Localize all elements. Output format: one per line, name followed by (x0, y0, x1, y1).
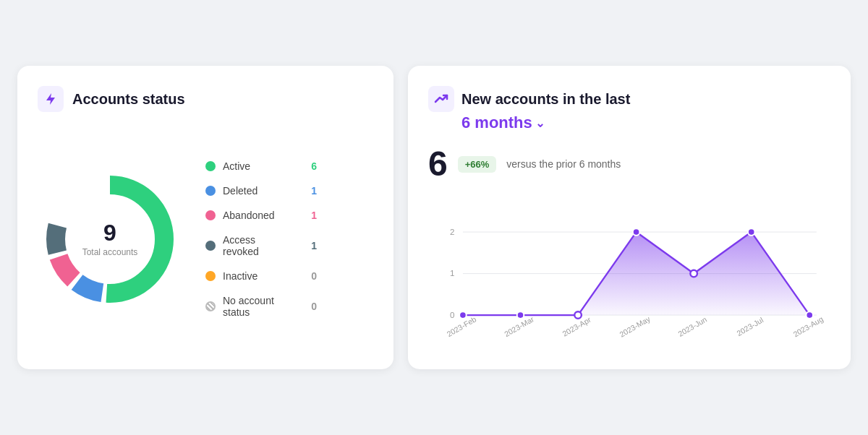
chart-area: 2 1 0 202 (428, 187, 830, 349)
no-status-count: 0 (302, 301, 317, 312)
svg-text:0: 0 (450, 311, 454, 319)
period-label: 6 months (461, 113, 532, 132)
deleted-label: Deleted (223, 185, 295, 197)
big-number: 6 (428, 147, 448, 181)
legend-item-active: Active 6 (205, 160, 317, 172)
no-status-dot (205, 301, 216, 311)
growth-badge: +66% (458, 156, 497, 173)
legend-item-no-status: No accountstatus 0 (205, 295, 317, 318)
active-label: Active (223, 160, 295, 172)
svg-text:2: 2 (450, 228, 454, 236)
donut-chart: 9 Total accounts (38, 167, 182, 311)
legend-item-abandoned: Abandoned 1 (205, 210, 317, 221)
right-card-title: New accounts in the last (461, 91, 630, 108)
legend-item-access-revoked: Accessrevoked 1 (205, 234, 317, 257)
access-revoked-dot (205, 241, 216, 251)
accounts-status-title: Accounts status (72, 91, 185, 108)
svg-point-13 (574, 311, 582, 319)
right-title-row: New accounts in the last (428, 86, 830, 112)
svg-point-15 (690, 270, 697, 277)
inactive-dot (205, 271, 216, 281)
trend-up-icon (428, 86, 454, 112)
lightning-icon (38, 86, 64, 112)
prior-text: versus the prior 6 months (506, 158, 621, 170)
donut-center: 9 Total accounts (82, 221, 138, 257)
abandoned-count: 1 (302, 210, 317, 221)
svg-text:1: 1 (450, 269, 454, 277)
stats-row: 6 +66% versus the prior 6 months (428, 147, 830, 181)
svg-text:2023-Jul: 2023-Jul (735, 316, 765, 338)
no-status-label: No accountstatus (223, 295, 295, 318)
svg-point-17 (806, 311, 813, 319)
svg-point-12 (517, 311, 524, 319)
active-count: 6 (302, 160, 317, 172)
svg-point-14 (633, 228, 640, 236)
right-card-header: New accounts in the last 6 months ⌄ (428, 86, 830, 132)
active-dot (205, 161, 216, 171)
access-revoked-count: 1 (302, 240, 317, 251)
total-accounts-number: 9 (82, 221, 138, 244)
abandoned-dot (205, 210, 216, 220)
deleted-count: 1 (302, 185, 317, 197)
abandoned-label: Abandoned (223, 210, 295, 221)
svg-text:2023-Jun: 2023-Jun (676, 315, 708, 338)
legend-item-inactive: Inactive 0 (205, 270, 317, 282)
svg-point-16 (748, 228, 755, 236)
legend: Active 6 Deleted 1 Abandoned 1 (205, 160, 317, 318)
svg-text:2023-May: 2023-May (618, 314, 652, 339)
dashboard: Accounts status 9 Total accoun (0, 48, 868, 387)
svg-point-11 (459, 311, 467, 319)
chevron-down-icon: ⌄ (535, 116, 545, 130)
inactive-label: Inactive (223, 270, 295, 282)
period-selector[interactable]: 6 months ⌄ (461, 113, 830, 132)
total-accounts-label: Total accounts (82, 247, 138, 257)
inactive-count: 0 (302, 270, 317, 282)
line-chart-svg: 2 1 0 202 (428, 187, 830, 346)
accounts-status-card: Accounts status 9 Total accoun (17, 66, 393, 369)
new-accounts-card: New accounts in the last 6 months ⌄ 6 +6… (408, 66, 851, 369)
access-revoked-label: Accessrevoked (223, 234, 295, 257)
card-body-left: 9 Total accounts Active 6 Deleted 1 (38, 129, 373, 349)
card-header-left: Accounts status (38, 86, 373, 112)
deleted-dot (205, 186, 216, 196)
legend-item-deleted: Deleted 1 (205, 185, 317, 197)
